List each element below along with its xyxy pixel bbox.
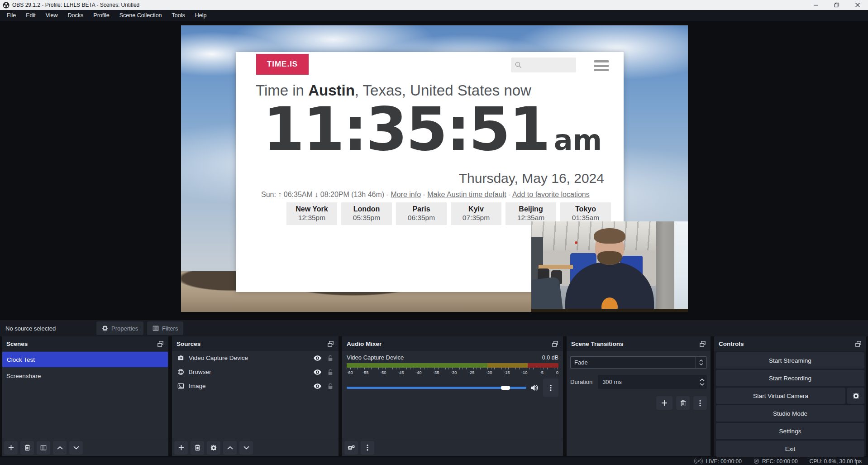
webcam-window (674, 221, 688, 312)
add-scene-button[interactable] (4, 441, 18, 455)
filter-icon (153, 325, 159, 331)
source-toolbar: No source selected Properties Filters (0, 320, 868, 336)
gear-icon (102, 325, 108, 331)
source-properties-button[interactable] (207, 441, 220, 455)
controls-panel: Controls Start Streaming Start Recording… (714, 336, 866, 456)
city-card: Kyiv07:35pm (451, 202, 501, 225)
preview-canvas[interactable]: TIME.IS Time in Austin, Texas, United St… (181, 25, 688, 312)
scenes-header: Scenes (2, 336, 168, 351)
clock-display: 11:35:51am (263, 99, 571, 159)
close-button[interactable] (847, 0, 868, 10)
controls-header: Controls (714, 336, 866, 351)
mixer-menu-button[interactable] (361, 441, 374, 455)
menu-edit[interactable]: Edit (21, 10, 41, 21)
webcam-overlay (531, 221, 688, 312)
popout-icon[interactable] (699, 340, 706, 347)
start-virtual-camera-button[interactable]: Start Virtual Camera (716, 388, 845, 404)
dock-panels: Scenes Clock Test Screenshare Sources (0, 336, 868, 456)
menu-scene-collection[interactable]: Scene Collection (114, 10, 167, 21)
date-display: Thursday, May 16, 2024 (459, 171, 604, 186)
mixer-channel-name: Video Capture Device (347, 354, 404, 361)
scene-item-screenshare[interactable]: Screenshare (2, 368, 168, 384)
lock-icon[interactable] (328, 383, 333, 389)
lock-icon[interactable] (328, 355, 333, 361)
start-recording-button[interactable]: Start Recording (716, 370, 864, 386)
speaker-icon[interactable] (531, 384, 539, 391)
source-row-browser[interactable]: Browser (172, 365, 339, 379)
move-source-down-button[interactable] (239, 441, 253, 455)
duration-input[interactable]: 300 ms (598, 375, 707, 389)
popout-icon[interactable] (552, 340, 558, 347)
scenes-panel: Scenes Clock Test Screenshare (2, 336, 168, 456)
popout-icon[interactable] (327, 340, 334, 347)
transition-select[interactable]: Fade (570, 356, 707, 369)
sources-header: Sources (172, 336, 339, 351)
timeis-search-input (511, 58, 576, 72)
transitions-header: Scene Transitions (567, 336, 711, 351)
window-title: OBS 29.1.2 - Profile: LLHLS BETA - Scene… (12, 2, 139, 8)
sources-toolbar (172, 439, 339, 456)
settings-button[interactable]: Settings (716, 423, 864, 439)
title-bar: OBS 29.1.2 - Profile: LLHLS BETA - Scene… (0, 0, 868, 10)
properties-label: Properties (111, 325, 138, 332)
studio-mode-button[interactable]: Studio Mode (716, 405, 864, 422)
filters-label: Filters (162, 325, 178, 332)
lock-icon[interactable] (328, 369, 333, 375)
hamburger-menu-icon (594, 60, 609, 71)
menu-tools[interactable]: Tools (167, 10, 190, 21)
restore-button[interactable] (826, 0, 847, 10)
menu-docks[interactable]: Docks (63, 10, 89, 21)
globe-icon (177, 369, 184, 375)
image-icon (177, 383, 184, 389)
visibility-eye-icon[interactable] (314, 384, 321, 389)
live-signal-icon (694, 458, 703, 464)
popout-icon[interactable] (855, 340, 862, 347)
transition-menu-button[interactable] (693, 396, 707, 410)
menu-view[interactable]: View (41, 10, 63, 21)
mixer-channel-menu-button[interactable] (543, 379, 558, 397)
visibility-eye-icon[interactable] (314, 369, 321, 375)
source-row-image[interactable]: Image (172, 379, 339, 393)
meter-scale: -60 -55 -50 -45 -40 -35 -30 -25 -20 -15 … (347, 368, 558, 375)
add-source-button[interactable] (174, 441, 188, 455)
minimize-button[interactable] (806, 0, 826, 10)
add-transition-button[interactable] (656, 396, 672, 410)
webcam-person-head (595, 230, 624, 265)
volume-slider[interactable] (347, 387, 526, 389)
exit-button[interactable]: Exit (716, 441, 864, 457)
popout-icon[interactable] (157, 340, 164, 347)
menu-profile[interactable]: Profile (88, 10, 114, 21)
remove-transition-button[interactable] (676, 396, 690, 410)
scene-item-clock-test[interactable]: Clock Test (2, 352, 168, 367)
volume-slider-handle[interactable] (501, 386, 510, 390)
remove-scene-button[interactable] (20, 441, 34, 455)
spinner-arrows-icon[interactable] (700, 375, 705, 389)
mixer-toolbar (342, 439, 563, 456)
menu-help[interactable]: Help (190, 10, 212, 21)
filters-button[interactable]: Filters (147, 321, 183, 335)
remove-source-button[interactable] (191, 441, 204, 455)
audio-mixer-header: Audio Mixer (342, 336, 563, 351)
properties-button[interactable]: Properties (96, 321, 143, 335)
menu-file[interactable]: File (2, 10, 21, 21)
status-bar: LIVE: 00:00:00 REC: 00:00:00 CPU: 0.6%, … (0, 457, 868, 465)
source-row-video-capture[interactable]: Video Capture Device (172, 351, 339, 365)
move-source-up-button[interactable] (223, 441, 237, 455)
visibility-eye-icon[interactable] (314, 355, 321, 361)
source-status-label: No source selected (5, 325, 56, 332)
city-card: New York12:35pm (286, 202, 337, 225)
sun-info-line: Sun: ↑ 06:35AM ↓ 08:20PM (13h 46m) - Mor… (261, 191, 605, 199)
cpu-fps-stats: CPU: 0.6%, 30.00 fps (810, 458, 862, 465)
make-default-link: Make Austin time default (427, 191, 506, 198)
move-scene-down-button[interactable] (69, 441, 83, 455)
start-streaming-button[interactable]: Start Streaming (716, 352, 864, 369)
advanced-audio-button[interactable] (344, 441, 358, 455)
mixer-level-db: 0.0 dB (542, 355, 558, 361)
combo-arrows-icon (696, 357, 706, 368)
move-scene-up-button[interactable] (53, 441, 67, 455)
virtual-camera-config-button[interactable] (847, 388, 864, 404)
camera-icon (177, 355, 184, 361)
webcam-pillar (656, 221, 674, 312)
scene-filters-button[interactable] (37, 441, 50, 455)
preview-area: TIME.IS Time in Austin, Texas, United St… (0, 21, 868, 320)
